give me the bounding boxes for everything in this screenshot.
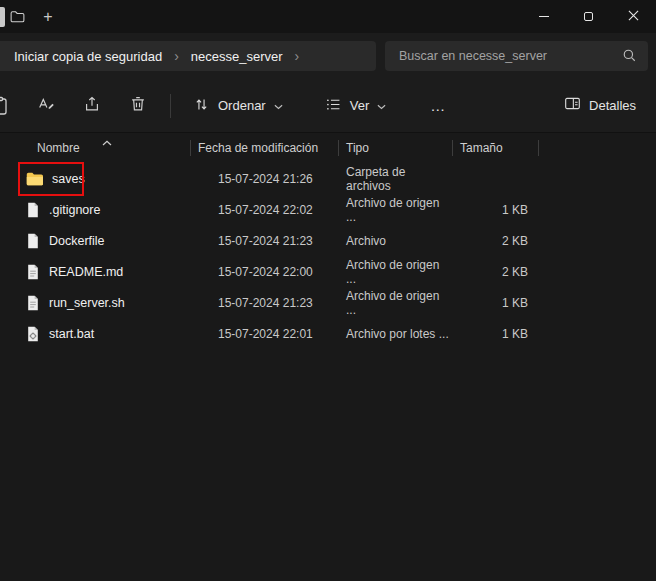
sort-button[interactable]: Ordenar (183, 89, 293, 123)
text-file-icon (26, 264, 40, 280)
file-row-run-server[interactable]: run_server.sh 15-07-2024 21:23 Archivo d… (0, 287, 656, 318)
file-name: README.md (49, 265, 123, 279)
details-pane-button[interactable]: Detalles (554, 88, 646, 122)
address-row: Iniciar copia de seguridad › necesse_ser… (0, 33, 656, 79)
maximize-icon (584, 12, 593, 21)
file-size: 2 KB (452, 234, 538, 248)
file-name: saves (52, 172, 85, 186)
column-header-name[interactable]: Nombre (0, 141, 190, 155)
command-bar: Ordenar Ver … Detall (0, 79, 656, 132)
file-name: run_server.sh (49, 296, 125, 310)
window-controls (521, 0, 656, 33)
paste-icon (0, 103, 10, 117)
folder-icon (26, 172, 43, 186)
file-row-dockerfile[interactable]: Dockerfile 15-07-2024 21:23 Archivo 2 KB (0, 225, 656, 256)
sort-icon (193, 96, 210, 116)
column-header-type[interactable]: Tipo (338, 141, 452, 155)
explorer-chrome: Iniciar copia de seguridad › necesse_ser… (0, 33, 656, 133)
column-header-date[interactable]: Fecha de modificación (190, 141, 338, 155)
share-button[interactable] (74, 89, 110, 123)
chevron-right-icon[interactable]: › (295, 49, 300, 63)
file-size: 1 KB (452, 296, 538, 310)
titlebar: + (0, 0, 656, 33)
file-size: 2 KB (452, 265, 538, 279)
explorer-tab[interactable] (10, 9, 25, 27)
column-resize-handle[interactable] (452, 140, 453, 156)
column-resize-handle[interactable] (338, 140, 339, 156)
share-icon (83, 95, 101, 116)
file-type: Archivo de origen ... (338, 196, 452, 224)
file-icon (26, 233, 40, 249)
more-options-button[interactable]: … (418, 89, 458, 123)
file-date: 15-07-2024 21:23 (190, 234, 338, 248)
chevron-down-icon (377, 98, 386, 113)
view-button[interactable]: Ver (315, 89, 397, 123)
view-label: Ver (350, 98, 370, 113)
file-name: Dockerfile (49, 234, 105, 248)
toolbar-divider (170, 94, 171, 118)
file-list: saves 15-07-2024 21:26 Carpeta de archiv… (0, 163, 656, 349)
file-name: start.bat (49, 327, 94, 341)
file-row-readme[interactable]: README.md 15-07-2024 22:00 Archivo de or… (0, 256, 656, 287)
breadcrumb-item-backup[interactable]: Iniciar copia de seguridad (14, 49, 162, 64)
file-explorer-window: + Iniciar copia de seguridad › necesse_s… (0, 0, 656, 581)
file-list-area: Nombre Fecha de modificación Tipo Tamaño… (0, 133, 656, 581)
file-row-gitignore[interactable]: .gitignore 15-07-2024 22:02 Archivo de o… (0, 194, 656, 225)
file-type: Archivo (338, 234, 452, 248)
column-headers: Nombre Fecha de modificación Tipo Tamaño (0, 133, 656, 163)
breadcrumb-item-necesse-server[interactable]: necesse_server (191, 49, 283, 64)
file-date: 15-07-2024 21:26 (190, 172, 338, 186)
chevron-down-icon (274, 98, 283, 113)
script-file-icon (26, 295, 40, 311)
file-row-start-bat[interactable]: start.bat 15-07-2024 22:01 Archivo por l… (0, 318, 656, 349)
delete-button[interactable] (120, 89, 156, 123)
file-date: 15-07-2024 22:01 (190, 327, 338, 341)
chevron-right-icon[interactable]: › (174, 49, 179, 63)
paste-button[interactable] (0, 95, 14, 117)
new-tab-button[interactable]: + (34, 0, 62, 33)
search-input[interactable] (397, 41, 613, 71)
file-date: 15-07-2024 22:00 (190, 265, 338, 279)
rename-button[interactable] (28, 89, 64, 123)
sort-ascending-indicator-icon (102, 135, 112, 149)
file-type: Archivo de origen ... (338, 289, 452, 317)
search-box[interactable] (385, 41, 648, 71)
file-type: Archivo por lotes ... (338, 327, 452, 341)
close-icon (628, 9, 639, 24)
file-icon (26, 202, 40, 218)
file-date: 15-07-2024 22:02 (190, 203, 338, 217)
file-name: .gitignore (49, 203, 100, 217)
details-label: Detalles (589, 98, 636, 113)
column-header-size[interactable]: Tamaño (452, 141, 538, 155)
column-resize-handle[interactable] (190, 140, 191, 156)
rename-icon (37, 95, 55, 116)
breadcrumb: Iniciar copia de seguridad › necesse_ser… (0, 41, 376, 71)
delete-icon (129, 95, 147, 116)
search-icon[interactable] (622, 48, 637, 67)
file-type: Archivo de origen ... (338, 258, 452, 286)
file-size: 1 KB (452, 203, 538, 217)
file-date: 15-07-2024 21:23 (190, 296, 338, 310)
close-button[interactable] (611, 0, 656, 33)
tab-folder-icon (10, 9, 25, 26)
details-pane-icon (564, 95, 581, 115)
view-icon (325, 96, 342, 116)
sort-label: Ordenar (218, 98, 266, 113)
minimize-button[interactable] (521, 0, 566, 33)
column-resize-handle[interactable] (538, 140, 539, 156)
file-row-saves[interactable]: saves 15-07-2024 21:26 Carpeta de archiv… (0, 163, 656, 194)
batch-file-icon (26, 326, 40, 342)
file-type: Carpeta de archivos (338, 165, 452, 193)
file-size: 1 KB (452, 327, 538, 341)
maximize-button[interactable] (566, 0, 611, 33)
window-edge (0, 7, 5, 27)
minimize-icon (539, 16, 549, 17)
